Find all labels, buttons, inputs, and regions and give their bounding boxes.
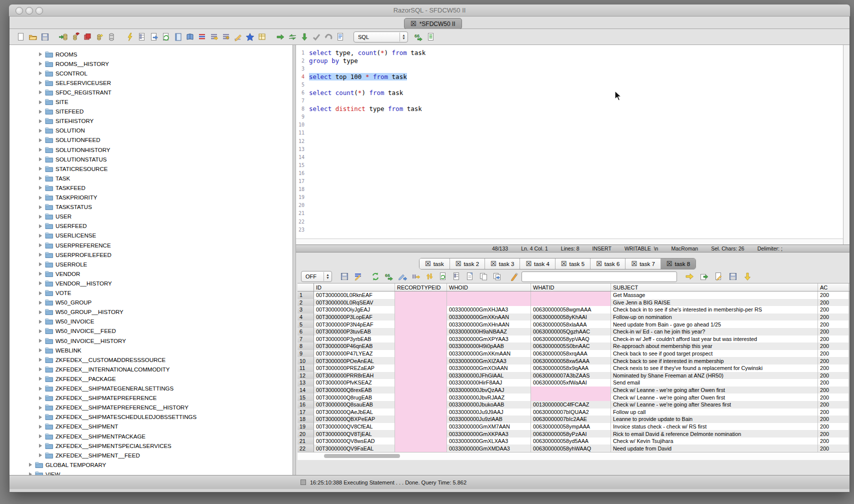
editor-line-17[interactable]: 17	[296, 178, 843, 186]
execute-lightning-icon[interactable]	[124, 32, 135, 42]
cell-ac[interactable]: 200	[818, 416, 849, 423]
disclosure-triangle-icon[interactable]	[38, 366, 43, 372]
cell-who[interactable]: 0033000000GmXIZAA3	[447, 357, 531, 364]
cell-ac[interactable]: 200	[818, 364, 849, 372]
tree-item-zkfedex__shipmentpackage[interactable]: ZKFEDEX__SHIPMENTPACKAGE	[38, 432, 146, 441]
cell-id[interactable]: 00T3000000QAeJbEAL	[314, 408, 395, 416]
tree-item-w50_invoice__feed[interactable]: W50_INVOICE__FEED	[38, 326, 116, 336]
cell-what[interactable]: 006300000058x9qAAA	[531, 364, 611, 372]
disclosure-triangle-icon[interactable]	[38, 80, 43, 86]
cell-ac[interactable]: 200	[818, 336, 849, 343]
tree-item-rooms[interactable]: ROOMS	[38, 50, 77, 59]
row-number-cell[interactable]: 13	[298, 379, 314, 386]
cell-who[interactable]: 0033000000GmXKnAAN	[447, 314, 531, 321]
tree-item-staticresource[interactable]: STATICRESOURCE	[38, 164, 108, 174]
cell-id[interactable]: 00T3000000POeAnEAL	[314, 357, 395, 364]
disclosure-triangle-icon[interactable]	[38, 252, 43, 258]
cell-subject[interactable]: Invoice status check - check w/ RS first	[611, 423, 818, 430]
cell-who[interactable]: 0033000000GmXKPAA3	[447, 430, 531, 438]
result-tab-task-7[interactable]: ☒task 7	[626, 258, 660, 269]
options-list-icon[interactable]	[136, 32, 147, 42]
tree-item-zkfedex__shipment__feed[interactable]: ZKFEDEX__SHIPMENT__FEED	[38, 450, 140, 460]
cell-id[interactable]: 00T3000000Q8rugEAB	[314, 394, 395, 401]
cell-who[interactable]: 0033000000H9aNBAAZ	[447, 328, 531, 336]
save-results-icon[interactable]	[339, 272, 350, 282]
table-row[interactable]: 400T3000000P3LopEAF0033000000GmXKnAAN006…	[298, 314, 850, 321]
cell-subject[interactable]: Follow up call	[611, 408, 818, 416]
cell-subject[interactable]: Check w/ Kevin Tsujihara	[611, 438, 818, 445]
row-number-cell[interactable]: 3	[298, 306, 314, 314]
new-connection-icon[interactable]	[94, 32, 104, 42]
close-tab-icon[interactable]: ☒	[526, 260, 532, 267]
row-number-cell[interactable]: 21	[298, 438, 314, 445]
tree-item-global temporary[interactable]: GLOBAL TEMPORARY	[28, 460, 106, 470]
tree-item-userfeed[interactable]: USERFEED	[38, 222, 87, 231]
table-row[interactable]: 100T3000000L0RknEAFGet Massage200	[298, 292, 850, 299]
tree-item-site[interactable]: SITE	[38, 98, 68, 107]
results-search-input[interactable]	[522, 272, 677, 282]
cell-what[interactable]	[531, 292, 611, 299]
cell-what[interactable]: 0013000000C4fFCAAZ	[531, 401, 611, 408]
disclosure-triangle-icon[interactable]	[38, 214, 43, 220]
cell-who[interactable]: 0033000000Ju9zlAAB	[447, 416, 531, 423]
edit-page-icon[interactable]	[713, 272, 724, 282]
cell-subject[interactable]: Leanne to provide update to Bain	[611, 416, 818, 423]
cell-who[interactable]: 0033000000JbvRJAAZ	[447, 394, 531, 401]
disclosure-triangle-icon[interactable]	[38, 452, 43, 458]
tree-item-userlicense[interactable]: USERLICENSE	[38, 231, 96, 240]
database-icon[interactable]	[106, 32, 116, 42]
cell-ac[interactable]: 200	[818, 372, 849, 380]
export-green-icon[interactable]	[698, 272, 709, 282]
disclosure-triangle-icon[interactable]	[38, 138, 43, 143]
cell-subject[interactable]: Need update from David	[611, 444, 818, 452]
tree-item-view[interactable]: VIEW	[28, 470, 60, 475]
disclosure-triangle-icon[interactable]	[38, 52, 43, 57]
cell-subject[interactable]: Check w/ Leanne - we're going after Owen…	[611, 394, 818, 401]
cell-subject[interactable]: Check-in w/ Ed - can he join this year?	[611, 328, 818, 336]
cell-ac[interactable]: 200	[818, 423, 849, 430]
disclosure-triangle-icon[interactable]	[38, 348, 43, 353]
cell-what[interactable]: 006300000058yhWAAQ	[531, 444, 611, 452]
cell-id[interactable]: 00T3000000P3yrbEAB	[314, 336, 395, 343]
editor-line-21[interactable]: 21	[296, 210, 843, 218]
cell-rtid[interactable]	[395, 336, 447, 343]
forward-arrow-icon[interactable]	[684, 272, 694, 282]
table-row[interactable]: 700T3000000P3yrbEAB0033000000GmXPYAA3006…	[298, 336, 850, 343]
swap-arrows-icon[interactable]	[287, 32, 298, 42]
save2-icon[interactable]	[728, 272, 738, 282]
cell-rtid[interactable]	[395, 372, 447, 380]
disconnect-db-icon[interactable]	[70, 32, 80, 42]
close-tab-icon[interactable]: ☒	[490, 260, 496, 267]
cell-rtid[interactable]	[395, 401, 447, 408]
favorites-star-icon[interactable]	[244, 32, 255, 42]
sql-editor[interactable]: 1select type, count(*) from task2group b…	[296, 45, 843, 242]
cell-id[interactable]: 00T3000000OiyJgEAJ	[314, 306, 395, 314]
cell-rtid[interactable]	[395, 328, 447, 336]
tree-item-w50_group__history[interactable]: W50_GROUP__HISTORY	[38, 308, 124, 317]
cell-id[interactable]: 00T3000000PfvKSEAZ	[314, 379, 395, 386]
row-number-cell[interactable]: 6	[298, 328, 314, 336]
result-tab-task-3[interactable]: ☒task 3	[485, 258, 520, 269]
cell-ac[interactable]: 200	[818, 292, 849, 299]
disclosure-triangle-icon[interactable]	[38, 376, 43, 382]
connect-db-icon[interactable]	[58, 32, 68, 42]
down-arrow-icon[interactable]	[299, 32, 310, 42]
cell-who[interactable]: 0033000000HirF8AAJ	[447, 379, 531, 386]
cell-what[interactable]: 006300000058xw5AAA	[531, 357, 611, 364]
cell-ac[interactable]: 200	[818, 430, 849, 438]
cell-subject[interactable]: Check back in to see if she's interested…	[611, 306, 818, 314]
view-glasses-icon[interactable]: 66	[413, 32, 424, 42]
tree-item-solutionhistory[interactable]: SOLUTIONHISTORY	[38, 145, 110, 154]
result-tab-task-4[interactable]: ☒task 4	[520, 258, 555, 269]
editor-line-23[interactable]: 23	[296, 226, 843, 234]
tree-item-solutionfeed[interactable]: SOLUTIONFEED	[38, 136, 100, 145]
refresh-page-icon[interactable]	[438, 272, 448, 282]
row-number-cell[interactable]: 7	[298, 336, 314, 343]
row-number-cell[interactable]: 19	[298, 423, 314, 430]
edit-pencil-icon[interactable]	[232, 32, 243, 42]
cell-id[interactable]: 00T3000000QBXPeEAP	[314, 416, 395, 423]
row-number-cell[interactable]: 9	[298, 350, 314, 358]
row-number-cell[interactable]: 18	[298, 416, 314, 423]
disclosure-triangle-icon[interactable]	[38, 195, 43, 200]
result-tab-task-2[interactable]: ☒task 2	[450, 258, 485, 269]
